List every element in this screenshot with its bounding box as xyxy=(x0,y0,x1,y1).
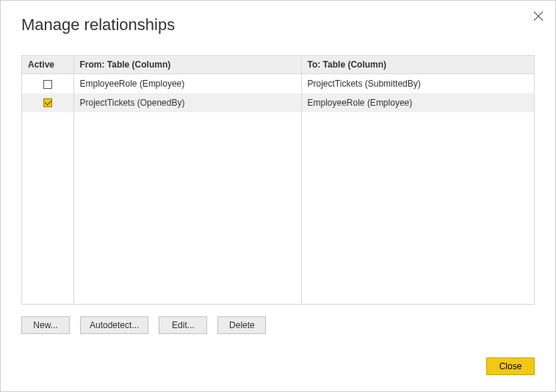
active-cell[interactable] xyxy=(22,93,73,112)
to-cell[interactable]: ProjectTickets (SubmittedBy) xyxy=(301,74,534,93)
close-button[interactable]: Close xyxy=(486,357,535,375)
footer-row: Close xyxy=(486,357,535,375)
table-header-row: Active From: Table (Column) To: Table (C… xyxy=(22,56,534,74)
table-row[interactable]: ProjectTickets (OpenedBy) EmployeeRole (… xyxy=(22,93,534,112)
edit-button[interactable]: Edit... xyxy=(159,316,207,334)
autodetect-button[interactable]: Autodetect... xyxy=(80,316,148,334)
header-from[interactable]: From: Table (Column) xyxy=(73,56,301,74)
relationships-table: Active From: Table (Column) To: Table (C… xyxy=(21,55,535,305)
dialog-title: Manage relationships xyxy=(21,15,535,35)
checkbox-checked-icon[interactable] xyxy=(43,98,52,107)
table-empty-area xyxy=(22,112,534,305)
delete-button[interactable]: Delete xyxy=(217,316,266,334)
checkbox-icon[interactable] xyxy=(43,80,52,89)
table-row[interactable]: EmployeeRole (Employee) ProjectTickets (… xyxy=(22,74,534,93)
close-icon[interactable] xyxy=(533,11,544,21)
action-buttons-row: New... Autodetect... Edit... Delete xyxy=(21,316,535,334)
new-button[interactable]: New... xyxy=(21,316,70,334)
to-cell[interactable]: EmployeeRole (Employee) xyxy=(301,93,534,112)
header-to[interactable]: To: Table (Column) xyxy=(301,56,534,74)
from-cell[interactable]: ProjectTickets (OpenedBy) xyxy=(73,93,301,112)
active-cell[interactable] xyxy=(22,74,73,93)
from-cell[interactable]: EmployeeRole (Employee) xyxy=(73,74,301,93)
header-active[interactable]: Active xyxy=(22,56,73,74)
